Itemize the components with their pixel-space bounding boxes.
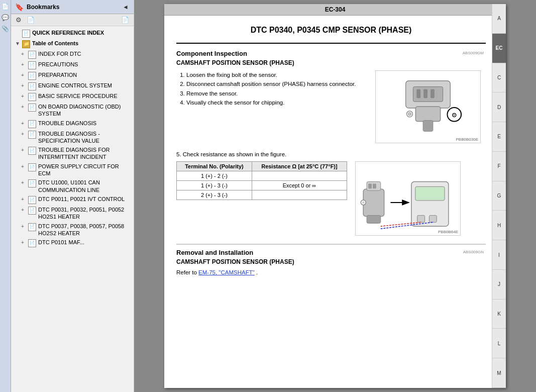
refer-link[interactable]: EM-75, "CAMSHAFT" xyxy=(198,269,255,275)
svg-rect-20 xyxy=(415,186,445,201)
expand-dtc-p0101[interactable]: + xyxy=(21,239,28,246)
toc-label-trouble-spec: TROUBLE DIAGNOSIS - SPECIFICATION VALUE xyxy=(38,130,132,145)
toc-item-trouble-inter[interactable]: + 📄 TROUBLE DIAGNOSIS FOR INTERMITTENT I… xyxy=(11,145,134,162)
toc-item-dtc-p0011[interactable]: + 📄 DTC P0011, P0021 IVT CONTROL xyxy=(11,194,134,205)
alpha-k[interactable]: K xyxy=(492,300,506,329)
toc-item-index-dtc[interactable]: + 📄 INDEX FOR DTC xyxy=(11,49,134,60)
expand-trouble-spec[interactable]: + xyxy=(21,131,28,137)
left-panel: 🔖 Bookmarks ◄ ⚙ 📄 📄 📄 QUICK REFERENCE IN… xyxy=(11,0,134,392)
table-cell-resistance-2: Except 0 or ∞ xyxy=(252,181,347,190)
toc-icon-engine-ctrl: 📄 xyxy=(28,82,36,90)
expand-precautions[interactable]: + xyxy=(21,61,28,68)
expand-dtc-p0031[interactable]: + xyxy=(21,207,28,213)
expand-trouble-inter[interactable]: + xyxy=(21,147,28,153)
sensor-image-2: PBB0B64E xyxy=(355,161,461,236)
expand-toc[interactable]: ▼ xyxy=(15,40,22,47)
svg-rect-13 xyxy=(368,183,372,188)
toc-item-trouble-diag[interactable]: + 📄 TROUBLE DIAGNOSIS xyxy=(11,119,134,129)
expand-dtc-p0037[interactable]: + xyxy=(21,223,28,230)
toc-icon-dtc-u1000: 📄 xyxy=(28,179,36,187)
toc-item-preparation[interactable]: + 📄 PREPARATION xyxy=(11,70,134,81)
expand-preparation[interactable]: + xyxy=(21,72,28,78)
new-bookmark-button[interactable]: 📄 xyxy=(25,16,36,24)
toc-label-precautions: PRECAUTIONS xyxy=(38,61,132,68)
toc-item-engine-ctrl[interactable]: + 📄 ENGINE CONTROL SYSTEM xyxy=(11,81,134,91)
expand-trouble-diag[interactable]: + xyxy=(21,120,28,127)
document-wrapper[interactable]: EC-304 A EC C D E F G H I J K L M DTC P0… xyxy=(134,0,536,392)
toc-item-precautions[interactable]: + 📄 PRECAUTIONS xyxy=(11,60,134,70)
toc-item-basic-svc[interactable]: + 📄 BASIC SERVICE PROCEDURE xyxy=(11,91,134,102)
expand-engine-ctrl[interactable]: + xyxy=(21,82,28,89)
toc-item-dtc-p0101[interactable]: + 📄 DTC P0101 MAF... xyxy=(11,238,134,248)
toc-icon-basic-svc: 📄 xyxy=(28,93,36,101)
abs-label-1: ABS009GM xyxy=(463,51,484,55)
expand-index-dtc[interactable]: + xyxy=(21,51,28,57)
expand-obd[interactable]: + xyxy=(21,104,28,110)
svg-rect-14 xyxy=(373,183,376,188)
expand-quick-ref[interactable] xyxy=(15,30,22,36)
toc-label-power-supply: POWER SUPPLY CIRCUIT FOR ECM xyxy=(38,163,132,177)
table-row: 1 (+) - 3 (-) Except 0 or ∞ xyxy=(177,181,347,190)
toc-label-dtc-p0101: DTC P0101 MAF... xyxy=(38,239,132,246)
collapse-panel-button[interactable]: ◄ xyxy=(122,4,130,11)
toc-item-dtc-p0031[interactable]: + 📄 DTC P0031, P0032, P0051, P0052 HO2S1… xyxy=(11,205,134,222)
content-body-1: Loosen the fixing bolt of the sensor. Di… xyxy=(176,70,486,143)
toc-label-trouble-diag: TROUBLE DIAGNOSIS xyxy=(38,120,132,127)
expand-basic-svc[interactable]: + xyxy=(21,93,28,100)
toc-item-quick-ref[interactable]: 📄 QUICK REFERENCE INDEX xyxy=(11,28,134,39)
expand-dtc-p0011[interactable]: + xyxy=(21,196,28,203)
svg-point-8 xyxy=(408,113,411,116)
toc-label-quick-ref: QUICK REFERENCE INDEX xyxy=(32,29,132,36)
step5-text: 5. Check resistance as shown in the figu… xyxy=(176,151,486,157)
img-label-2: PBB0B64E xyxy=(438,230,458,234)
toc-label-index-dtc: INDEX FOR DTC xyxy=(38,50,132,57)
toc-icon-preparation: 📄 xyxy=(28,72,36,80)
toc-item-obd[interactable]: + 📄 ON BOARD DIAGNOSTIC (OBD) SYSTEM xyxy=(11,102,134,119)
toc-label-dtc-p0037: DTC P0037, P0038, P0057, P0058 HO2S2 HEA… xyxy=(38,223,132,237)
svg-rect-6 xyxy=(423,121,433,132)
svg-rect-2 xyxy=(416,89,420,98)
settings-button[interactable]: ⚙ xyxy=(14,16,23,24)
bookmarks-icon: 🔖 xyxy=(15,3,24,11)
svg-rect-22 xyxy=(429,216,437,223)
view-options-button[interactable]: 📄 xyxy=(120,16,131,24)
svg-rect-4 xyxy=(431,89,435,98)
toc-item-power-supply[interactable]: + 📄 POWER SUPPLY CIRCUIT FOR ECM xyxy=(11,162,134,178)
toc-icon-trouble-diag: 📄 xyxy=(28,120,36,128)
svg-rect-21 xyxy=(417,216,425,223)
toc-item-dtc-u1000[interactable]: + 📄 DTC U1000, U1001 CAN COMMUNICATION L… xyxy=(11,178,134,194)
table-cell-terminal-1: 1 (+) - 2 (-) xyxy=(177,171,252,181)
toc-icon-trouble-inter: 📄 xyxy=(28,147,36,155)
resistance-table: Terminal No. (Polarity) Resistance Ω [at… xyxy=(176,161,347,200)
toc-item-toc[interactable]: ▼ 📁 Table of Contents xyxy=(11,39,134,49)
toc-label-engine-ctrl: ENGINE CONTROL SYSTEM xyxy=(38,82,132,89)
toc-icon-dtc-p0101: 📄 xyxy=(28,239,36,247)
toc-item-dtc-p0037[interactable]: + 📄 DTC P0037, P0038, P0057, P0058 HO2S2… xyxy=(11,222,134,238)
toc-icon-trouble-spec: 📄 xyxy=(28,131,36,139)
toc-tree: 📄 QUICK REFERENCE INDEX ▼ 📁 Table of Con… xyxy=(11,26,134,392)
sensor-image-1: ⊙ PBB0B030E xyxy=(375,70,481,143)
section2-subtitle: CAMSHAFT POSITION SENSOR (PHASE) xyxy=(176,258,486,265)
comment-icon[interactable]: 💬 xyxy=(1,13,10,22)
toc-item-trouble-spec[interactable]: + 📄 TROUBLE DIAGNOSIS - SPECIFICATION VA… xyxy=(11,129,134,146)
attachment-icon[interactable]: 📎 xyxy=(1,24,10,33)
alpha-l[interactable]: L xyxy=(492,329,506,358)
toc-label-dtc-p0011: DTC P0011, P0021 IVT CONTROL xyxy=(38,195,132,203)
table-header-resistance: Resistance Ω [at 25°C (77°F)] xyxy=(252,162,347,171)
toc-icon-power-supply: 📄 xyxy=(28,163,36,171)
document-page: EC-304 A EC C D E F G H I J K L M DTC P0… xyxy=(164,4,506,388)
abs-label-2: ABS009GN xyxy=(463,250,484,254)
toc-label-dtc-p0031: DTC P0031, P0032, P0051, P0052 HO2S1 HEA… xyxy=(38,206,132,221)
expand-dtc-u1000[interactable]: + xyxy=(21,179,28,186)
bookmark-icon[interactable]: 📄 xyxy=(1,2,10,11)
expand-power-supply[interactable]: + xyxy=(21,163,28,170)
img-label-1: PBB0B030E xyxy=(456,137,478,142)
bookmarks-title: Bookmarks xyxy=(27,4,59,11)
alpha-m[interactable]: M xyxy=(492,358,506,388)
main-content: EC-304 A EC C D E F G H I J K L M DTC P0… xyxy=(134,0,536,392)
table-row: 1 (+) - 2 (-) xyxy=(177,171,347,181)
table-cell-resistance-1 xyxy=(252,171,347,181)
bookmarks-toolbar: ⚙ 📄 📄 xyxy=(11,14,134,26)
page-id-bar: EC-304 xyxy=(164,4,506,16)
section1-title: Component Inspection xyxy=(176,50,486,57)
